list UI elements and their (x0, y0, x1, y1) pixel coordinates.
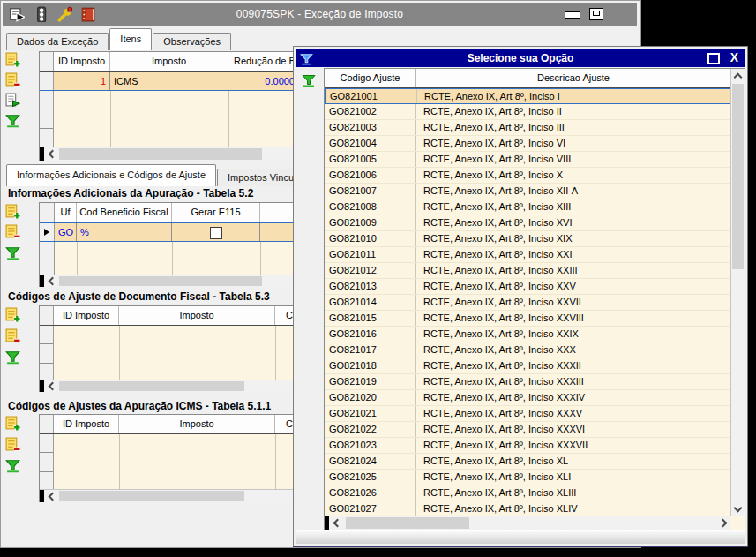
column-header[interactable]: Cod Beneficio Fiscal (77, 203, 172, 222)
table-row[interactable]: GO821007RCTE, Anexo IX, Art 8º, Inciso X… (325, 184, 730, 199)
scrollbar-thumb[interactable] (59, 381, 244, 391)
codigo-ajuste-cell: GO821011 (325, 247, 416, 262)
scroll-left-icon[interactable] (329, 516, 343, 530)
filter-icon[interactable] (5, 245, 20, 260)
column-header[interactable]: Imposto (119, 306, 275, 325)
filter-icon[interactable] (5, 113, 20, 128)
column-header[interactable]: Imposto (119, 415, 275, 433)
horizontal-scrollbar[interactable] (325, 516, 730, 530)
table-row[interactable]: GO821001RCTE, Anexo IX, Art 8º, Inciso I (325, 88, 730, 104)
codigo-ajuste-cell: GO821026 (325, 485, 416, 501)
table-row[interactable]: GO821025RCTE, Anexo IX, Art 8º, Inciso X… (325, 470, 730, 485)
delete-record-icon[interactable] (5, 328, 20, 343)
delete-record-icon[interactable] (5, 437, 20, 452)
table-row[interactable]: GO821014RCTE, Anexo IX, Art 8º, Inciso X… (325, 295, 730, 311)
minimize-button[interactable] (565, 11, 580, 19)
scroll-left-icon[interactable] (44, 380, 58, 392)
row-selector (40, 223, 55, 241)
section-title-5-3: Códigos de Ajuste de Documento Fiscal - … (8, 290, 270, 303)
scroll-up-icon[interactable] (731, 69, 745, 83)
table-row[interactable]: GO821008RCTE, Anexo IX, Art 8º, Inciso X… (325, 199, 730, 215)
codigo-ajuste-cell: GO821005 (325, 152, 416, 167)
codigo-ajuste-cell: GO821014 (325, 295, 416, 310)
column-header[interactable]: Uf (55, 203, 77, 222)
selector-header (40, 203, 55, 222)
table-row[interactable]: GO821002RCTE, Anexo IX, Art 8º, Inciso I… (325, 104, 730, 120)
popup-close-button[interactable]: X (730, 50, 738, 64)
selector-header (40, 306, 54, 325)
tab-informacoes-adicionais[interactable]: Informações Adicionais e Códigos de Ajus… (6, 164, 216, 186)
codigo-ajuste-cell: GO821018 (325, 358, 416, 373)
delete-record-icon[interactable] (5, 72, 20, 87)
descricao-ajuste-cell: RCTE, Anexo IX, Art 8º, Inciso XXXV (416, 406, 730, 421)
column-header[interactable]: Descricao Ajuste (416, 69, 730, 87)
table-row[interactable]: GO821022RCTE, Anexo IX, Art 8º, Inciso X… (325, 422, 730, 438)
column-header[interactable]: ID Imposto (54, 306, 119, 325)
gerar-e115-checkbox[interactable] (210, 227, 222, 239)
add-record-icon[interactable] (5, 204, 20, 219)
table-row[interactable]: GO821026RCTE, Anexo IX, Art 8º, Inciso X… (325, 485, 730, 501)
descricao-ajuste-cell: RCTE, Anexo IX, Art 8º, Inciso XXXIV (416, 390, 730, 405)
table-row[interactable]: GO821019RCTE, Anexo IX, Art 8º, Inciso X… (325, 374, 730, 390)
scrollbar-thumb[interactable] (59, 148, 262, 160)
table-row[interactable]: GO821015RCTE, Anexo IX, Art 8º, Inciso X… (325, 311, 730, 327)
scrollbar-thumb[interactable] (59, 276, 262, 286)
table-row[interactable]: GO821004RCTE, Anexo IX, Art 8º, Inciso V… (325, 136, 730, 152)
table-row[interactable]: GO821020RCTE, Anexo IX, Art 8º, Inciso X… (325, 390, 730, 406)
tab-itens[interactable]: Itens (109, 28, 152, 50)
vertical-scrollbar[interactable] (730, 69, 745, 516)
gerar-e115-cell (172, 223, 260, 241)
scrollbar-thumb[interactable] (346, 517, 469, 529)
filter-icon[interactable] (302, 73, 316, 87)
descricao-ajuste-cell: RCTE, Anexo IX, Art 8º, Inciso X (416, 168, 730, 183)
table-row[interactable]: GO821018RCTE, Anexo IX, Art 8º, Inciso X… (325, 358, 730, 374)
table-row[interactable]: GO821024RCTE, Anexo IX, Art 8º, Inciso X… (325, 454, 730, 470)
table-row[interactable]: GO821023RCTE, Anexo IX, Art 8º, Inciso X… (325, 438, 730, 454)
table-row[interactable]: GO821006RCTE, Anexo IX, Art 8º, Inciso X (325, 168, 730, 184)
delete-record-icon[interactable] (5, 224, 20, 239)
descricao-ajuste-cell: RCTE, Anexo IX, Art 8º, Inciso XLIII (416, 485, 730, 501)
table-row[interactable]: GO821013RCTE, Anexo IX, Art 8º, Inciso X… (325, 279, 730, 295)
add-record-icon[interactable] (5, 52, 20, 67)
row-selector (40, 72, 54, 90)
table-row[interactable]: GO821016RCTE, Anexo IX, Art 8º, Inciso X… (325, 327, 730, 342)
table-row[interactable]: GO821005RCTE, Anexo IX, Art 8º, Inciso V… (325, 152, 730, 168)
column-header[interactable]: ID Imposto (54, 52, 110, 71)
scroll-left-icon[interactable] (44, 490, 58, 502)
table-row[interactable]: GO821009RCTE, Anexo IX, Art 8º, Inciso X… (325, 215, 730, 231)
maximize-button[interactable] (589, 8, 603, 20)
tab-dados-da-excecao[interactable]: Dados da Exceção (6, 33, 109, 50)
scrollbar-thumb[interactable] (59, 491, 244, 501)
filter-icon[interactable] (5, 350, 20, 365)
scrollbar-thumb[interactable] (732, 84, 744, 269)
table-row[interactable]: GO821021RCTE, Anexo IX, Art 8º, Inciso X… (325, 406, 730, 422)
column-header[interactable]: Imposto (110, 52, 228, 71)
post-record-icon[interactable] (5, 93, 20, 108)
column-header[interactable]: ID Imposto (54, 415, 119, 433)
table-row[interactable]: GO821003RCTE, Anexo IX, Art 8º, Inciso I… (325, 120, 730, 136)
table-row[interactable]: GO821012RCTE, Anexo IX, Art 8º, Inciso X… (325, 263, 730, 279)
descricao-ajuste-cell: RCTE, Anexo IX, Art 8º, Inciso VIII (416, 152, 730, 167)
table-row[interactable]: GO821010RCTE, Anexo IX, Art 8º, Inciso X… (325, 231, 730, 247)
filter-icon[interactable] (5, 458, 20, 473)
popup-bottom-frame (296, 530, 745, 544)
scroll-down-icon[interactable] (731, 501, 745, 516)
scroll-right-icon[interactable] (716, 516, 730, 530)
codigo-ajuste-cell: GO821023 (325, 438, 416, 453)
popup-grid-rows: GO821001RCTE, Anexo IX, Art 8º, Inciso I… (325, 88, 730, 516)
column-header[interactable]: Gerar E115 (172, 203, 260, 222)
table-row[interactable]: GO821017RCTE, Anexo IX, Art 8º, Inciso X… (325, 342, 730, 358)
tab-observacoes[interactable]: Observações (153, 33, 231, 50)
add-record-icon[interactable] (5, 416, 20, 431)
table-row[interactable]: GO821011RCTE, Anexo IX, Art 8º, Inciso X… (325, 247, 730, 263)
popup-maximize-button[interactable] (707, 53, 720, 64)
scroll-left-icon[interactable] (44, 147, 58, 161)
descricao-ajuste-cell: RCTE, Anexo IX, Art 8º, Inciso XLI (416, 470, 730, 485)
scroll-left-icon[interactable] (44, 275, 58, 287)
descricao-ajuste-cell: RCTE, Anexo IX, Art 8º, Inciso XLIV (416, 501, 730, 516)
column-header[interactable]: Codigo Ajuste (325, 69, 416, 87)
codigo-ajuste-cell: GO821012 (325, 263, 416, 278)
descricao-ajuste-cell: RCTE, Anexo IX, Art 8º, Inciso XXI (416, 247, 730, 262)
table-row[interactable]: GO821027RCTE, Anexo IX, Art 8º, Inciso X… (325, 501, 730, 516)
add-record-icon[interactable] (5, 307, 20, 322)
